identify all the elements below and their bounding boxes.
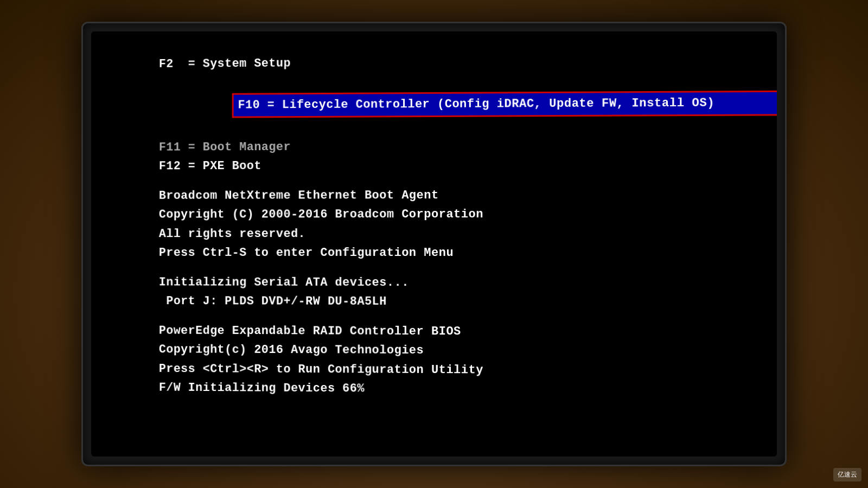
f10-line-wrapper: F10 = Lifecycle Controller (Config iDRAC… — [159, 70, 748, 138]
monitor: F2 = System Setup F10 = Lifecycle Contro… — [81, 22, 787, 466]
f11-line: F11 = Boot Manager — [159, 136, 748, 157]
monitor-bezel: F2 = System Setup F10 = Lifecycle Contro… — [91, 31, 777, 457]
f10-line-highlighted: F10 = Lifecycle Controller (Config iDRAC… — [232, 91, 777, 118]
watermark: 亿速云 — [833, 468, 861, 481]
f12-line: F12 = PXE Boot — [159, 155, 748, 176]
broadcom-line-2: Copyright (C) 2000-2016 Broadcom Corpora… — [159, 205, 748, 224]
bios-output: F2 = System Setup F10 = Lifecycle Contro… — [159, 51, 748, 400]
broadcom-line-3: All rights reserved. — [159, 224, 748, 243]
broadcom-line-1: Broadcom NetXtreme Ethernet Boot Agent — [159, 185, 748, 206]
spacer-1 — [159, 175, 748, 187]
spacer-2 — [159, 262, 748, 274]
raid-line-3: Press <Ctrl><R> to Run Configuration Uti… — [159, 359, 748, 381]
spacer-3 — [159, 311, 748, 323]
f2-line: F2 = System Setup — [159, 51, 748, 74]
sata-line-1: Initializing Serial ATA devices... — [159, 273, 748, 293]
sata-line-2: Port J: PLDS DVD+/-RW DU-8A5LH — [159, 292, 748, 312]
raid-line-2: Copyright(c) 2016 Avago Technologies — [159, 341, 748, 362]
raid-line-4: F/W Initializing Devices 66% — [159, 378, 748, 400]
broadcom-line-4: Press Ctrl-S to enter Configuration Menu — [159, 243, 748, 263]
raid-line-1: PowerEdge Expandable RAID Controller BIO… — [159, 322, 748, 342]
bios-screen: F2 = System Setup F10 = Lifecycle Contro… — [95, 31, 777, 457]
